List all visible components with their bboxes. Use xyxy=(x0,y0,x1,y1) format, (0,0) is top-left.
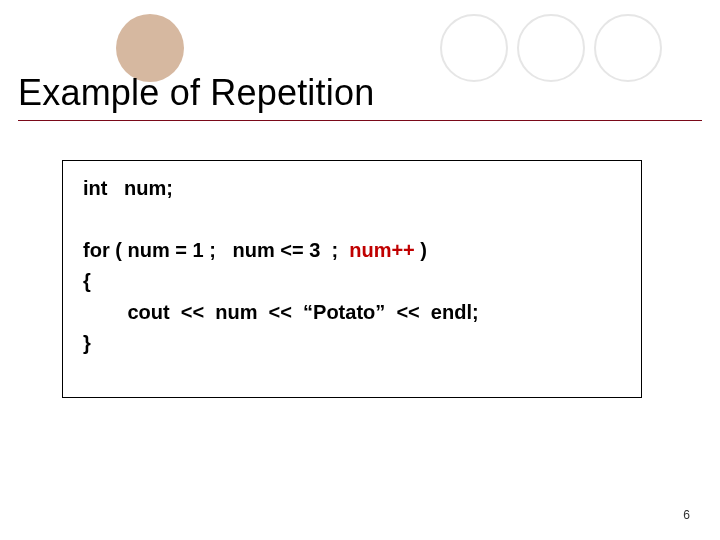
title-underline xyxy=(18,120,702,121)
slide-title: Example of Repetition xyxy=(18,72,702,114)
code-brace-open: { xyxy=(83,266,621,297)
page-number: 6 xyxy=(683,508,690,522)
for-update-expr: num++ xyxy=(349,239,415,261)
code-example-box: int num; for ( num = 1 ; num <= 3 ; num+… xyxy=(62,160,642,398)
code-declaration: int num; xyxy=(83,173,621,204)
code-brace-close: } xyxy=(83,328,621,359)
code-body: cout << num << “Potato” << endl; xyxy=(83,297,621,328)
slide-title-block: Example of Repetition xyxy=(18,72,702,121)
code-blank-line xyxy=(83,204,621,235)
code-for-header: for ( num = 1 ; num <= 3 ; num++ ) xyxy=(83,235,621,266)
